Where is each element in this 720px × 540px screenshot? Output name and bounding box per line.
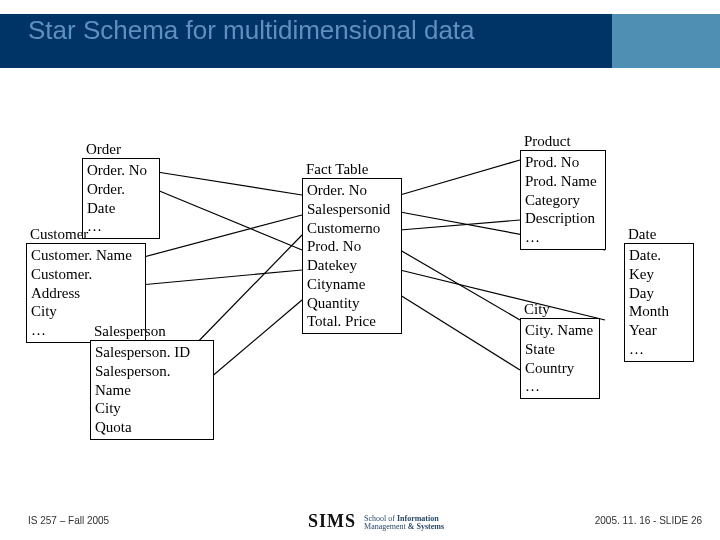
slide: Star Schema for multidimensional data Or… <box>0 0 720 540</box>
fact-row: Total. Price <box>307 312 397 331</box>
order-row: … <box>87 217 155 236</box>
customer-row: City <box>31 302 141 321</box>
city-row: Country <box>525 359 595 378</box>
svg-line-9 <box>400 295 520 370</box>
fact-table-label: Fact Table <box>306 160 368 179</box>
product-row: Prod. Name <box>525 172 601 191</box>
svg-line-2 <box>140 215 302 258</box>
salesperson-row: City <box>95 399 209 418</box>
order-row: Order. No <box>87 161 155 180</box>
svg-line-6 <box>400 160 520 195</box>
city-table: City. Name State Country … <box>520 318 600 399</box>
city-row: … <box>525 377 595 396</box>
date-row: Day <box>629 284 689 303</box>
salesperson-row: Quota <box>95 418 209 437</box>
date-row: … <box>629 340 689 359</box>
fact-row: Prod. No <box>307 237 397 256</box>
svg-line-3 <box>140 270 302 285</box>
salesperson-row: Salesperson. ID <box>95 343 209 362</box>
product-row: Description <box>525 209 601 228</box>
fact-row: Cityname <box>307 275 397 294</box>
product-row: Category <box>525 191 601 210</box>
svg-line-1 <box>157 190 302 250</box>
customer-row: Customer. Address <box>31 265 141 303</box>
customer-row: Customer. Name <box>31 246 141 265</box>
salesperson-table-label: Salesperson <box>94 322 166 341</box>
date-row: Date. Key <box>629 246 689 284</box>
city-row: City. Name <box>525 321 595 340</box>
svg-line-11 <box>400 270 605 320</box>
product-table: Prod. No Prod. Name Category Description… <box>520 150 606 250</box>
order-row: Order. Date <box>87 180 155 218</box>
date-table-label: Date <box>628 225 656 244</box>
fact-row: Salespersonid <box>307 200 397 219</box>
product-row: Prod. No <box>525 153 601 172</box>
date-table: Date. Key Day Month Year … <box>624 243 694 362</box>
salesperson-table: Salesperson. ID Salesperson. Name City Q… <box>90 340 214 440</box>
date-row: Month <box>629 302 689 321</box>
order-table-label: Order <box>86 140 121 159</box>
product-row: … <box>525 228 601 247</box>
fact-row: Customerno <box>307 219 397 238</box>
fact-row: Datekey <box>307 256 397 275</box>
customer-table-label: Customer <box>30 225 88 244</box>
fact-row: Quantity <box>307 294 397 313</box>
svg-line-0 <box>157 172 302 195</box>
svg-line-7 <box>400 220 520 230</box>
svg-line-4 <box>190 235 302 350</box>
product-table-label: Product <box>524 132 571 151</box>
fact-row: Order. No <box>307 181 397 200</box>
city-row: State <box>525 340 595 359</box>
city-table-label: City <box>524 300 550 319</box>
date-row: Year <box>629 321 689 340</box>
salesperson-row: Salesperson. Name <box>95 362 209 400</box>
fact-table: Order. No Salespersonid Customerno Prod.… <box>302 178 402 334</box>
order-table: Order. No Order. Date … <box>82 158 160 239</box>
